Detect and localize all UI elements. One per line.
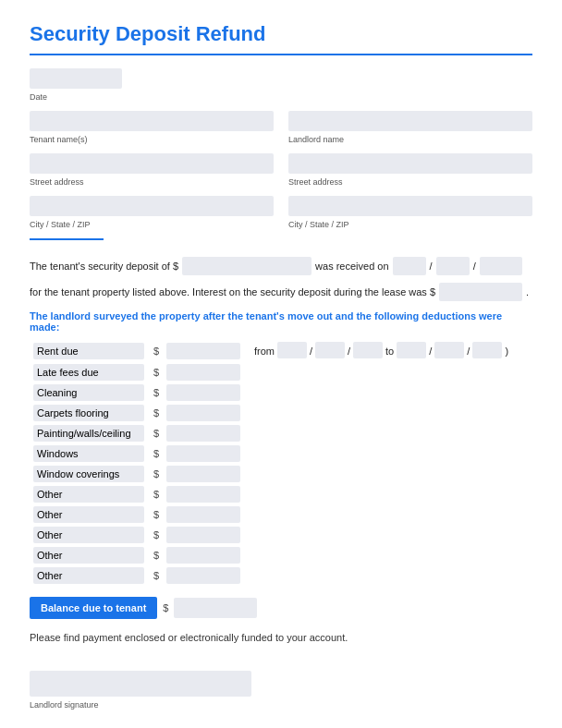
deduction-dollar-sign: $ bbox=[150, 545, 163, 565]
range-from-year[interactable] bbox=[353, 342, 383, 358]
deduction-row: $ bbox=[30, 443, 532, 464]
deduction-label-input[interactable] bbox=[33, 425, 144, 442]
deduction-row: $ bbox=[30, 504, 532, 525]
tenant-city-label: City / State / ZIP bbox=[30, 220, 274, 229]
sentence2-post: . bbox=[526, 284, 529, 302]
deduction-amount-input[interactable] bbox=[166, 445, 240, 462]
deduction-label-input[interactable] bbox=[33, 405, 144, 421]
deduction-row: $ bbox=[30, 484, 532, 504]
deduction-dollar-sign: $ bbox=[150, 504, 163, 525]
payment-note: Please find payment enclosed or electron… bbox=[30, 632, 532, 643]
deduction-amount-input[interactable] bbox=[166, 527, 240, 543]
landlord-street-input[interactable] bbox=[288, 153, 532, 174]
address-row: Street address Street address bbox=[30, 153, 532, 187]
deduction-label-input[interactable] bbox=[33, 466, 144, 482]
deduction-amount-input[interactable] bbox=[166, 466, 240, 482]
deduction-row: $ bbox=[30, 403, 532, 423]
landlord-name-label: Landlord name bbox=[288, 135, 532, 144]
deposit-sentence-row: The tenant's security deposit of $ was r… bbox=[30, 257, 532, 277]
city-row: City / State / ZIP City / State / ZIP bbox=[30, 196, 532, 229]
interest-amount-input[interactable] bbox=[439, 283, 522, 301]
sentence1-pre: The tenant's security deposit of $ bbox=[30, 258, 178, 276]
deduction-amount-input[interactable] bbox=[166, 547, 240, 564]
deduction-dollar-sign: $ bbox=[150, 443, 163, 464]
deduction-amount-input[interactable] bbox=[166, 405, 240, 421]
range-from-month[interactable] bbox=[277, 342, 307, 358]
date-row: Date bbox=[30, 68, 532, 102]
landlord-street-label: Street address bbox=[288, 177, 532, 187]
received-year-input[interactable] bbox=[480, 257, 522, 275]
deduction-label-input[interactable] bbox=[33, 384, 144, 401]
deduction-amount-input[interactable] bbox=[166, 343, 240, 359]
deduction-amount-input[interactable] bbox=[166, 425, 240, 442]
deduction-date-range: from / / to / / ) bbox=[250, 340, 532, 362]
deductions-header: The landlord surveyed the property after… bbox=[30, 310, 532, 333]
landlord-city-input[interactable] bbox=[288, 196, 532, 216]
range-to-day[interactable] bbox=[434, 342, 464, 358]
deduction-row: $ bbox=[30, 525, 532, 545]
received-month-input[interactable] bbox=[393, 257, 426, 275]
balance-amount-input[interactable] bbox=[174, 598, 257, 618]
deduction-row: $ bbox=[30, 545, 532, 565]
balance-row: Balance due to tenant $ bbox=[30, 597, 532, 619]
deduction-label-input[interactable] bbox=[33, 445, 144, 462]
deduction-amount-input[interactable] bbox=[166, 486, 240, 503]
deduction-dollar-sign: $ bbox=[150, 403, 163, 423]
deduction-amount-input[interactable] bbox=[166, 364, 240, 381]
landlord-name-input[interactable] bbox=[288, 111, 532, 131]
deduction-amount-input[interactable] bbox=[166, 567, 240, 584]
date-sep2: / bbox=[473, 258, 476, 276]
range-to-year[interactable] bbox=[472, 342, 502, 358]
landlord-street-col: Street address bbox=[288, 153, 532, 187]
deduction-row: $ bbox=[30, 362, 532, 382]
top-divider bbox=[30, 54, 532, 55]
balance-dollar-sign: $ bbox=[163, 602, 168, 613]
from-label: from bbox=[254, 346, 275, 357]
deduction-amount-input[interactable] bbox=[166, 506, 240, 523]
deduction-row: $ bbox=[30, 464, 532, 484]
deduction-amount-input[interactable] bbox=[166, 384, 240, 401]
signature-label: Landlord signature bbox=[30, 700, 532, 710]
landlord-signature-input[interactable] bbox=[30, 671, 251, 697]
deduction-label-input[interactable] bbox=[33, 567, 144, 584]
interest-sentence-row: for the tenant property listed above. In… bbox=[30, 283, 532, 303]
range-from-day[interactable] bbox=[315, 342, 345, 358]
balance-due-button[interactable]: Balance due to tenant bbox=[30, 597, 157, 619]
date-sep1: / bbox=[430, 258, 433, 276]
date-input[interactable] bbox=[30, 68, 122, 89]
deduction-row: $ from / / to / / ) bbox=[30, 340, 532, 362]
deduction-label-input[interactable] bbox=[33, 486, 144, 503]
date-label: Date bbox=[30, 92, 532, 102]
deduction-label-input[interactable] bbox=[33, 343, 144, 359]
deposit-amount-input[interactable] bbox=[182, 257, 312, 275]
signature-area: Landlord signature bbox=[30, 671, 532, 710]
landlord-city-col: City / State / ZIP bbox=[288, 196, 532, 229]
deduction-dollar-sign: $ bbox=[150, 484, 163, 504]
sentence2-pre: for the tenant property listed above. In… bbox=[30, 284, 435, 302]
range-to-month[interactable] bbox=[397, 342, 426, 358]
deduction-dollar-sign: $ bbox=[150, 362, 163, 382]
section-divider bbox=[30, 238, 104, 240]
deduction-dollar-sign: $ bbox=[150, 525, 163, 545]
deduction-row: $ bbox=[30, 423, 532, 443]
deduction-label-input[interactable] bbox=[33, 364, 144, 381]
tenant-street-label: Street address bbox=[30, 177, 274, 187]
deduction-label-input[interactable] bbox=[33, 527, 144, 543]
to-label: to bbox=[385, 346, 394, 357]
deduction-row: $ bbox=[30, 382, 532, 403]
deduction-row: $ bbox=[30, 565, 532, 586]
page-title: Security Deposit Refund bbox=[30, 22, 532, 46]
deductions-table: $ from / / to / / ) $$$$$$$$$$$ bbox=[30, 340, 532, 586]
landlord-city-label: City / State / ZIP bbox=[288, 220, 532, 229]
tenant-street-col: Street address bbox=[30, 153, 274, 187]
deduction-dollar-sign: $ bbox=[150, 423, 163, 443]
deduction-label-input[interactable] bbox=[33, 506, 144, 523]
landlord-name-col: Landlord name bbox=[288, 111, 532, 144]
tenant-name-input[interactable] bbox=[30, 111, 274, 131]
deduction-dollar-sign: $ bbox=[150, 340, 163, 362]
deduction-label-input[interactable] bbox=[33, 547, 144, 564]
tenant-name-col: Tenant name(s) bbox=[30, 111, 274, 144]
tenant-city-input[interactable] bbox=[30, 196, 274, 216]
tenant-street-input[interactable] bbox=[30, 153, 274, 174]
received-day-input[interactable] bbox=[436, 257, 470, 275]
